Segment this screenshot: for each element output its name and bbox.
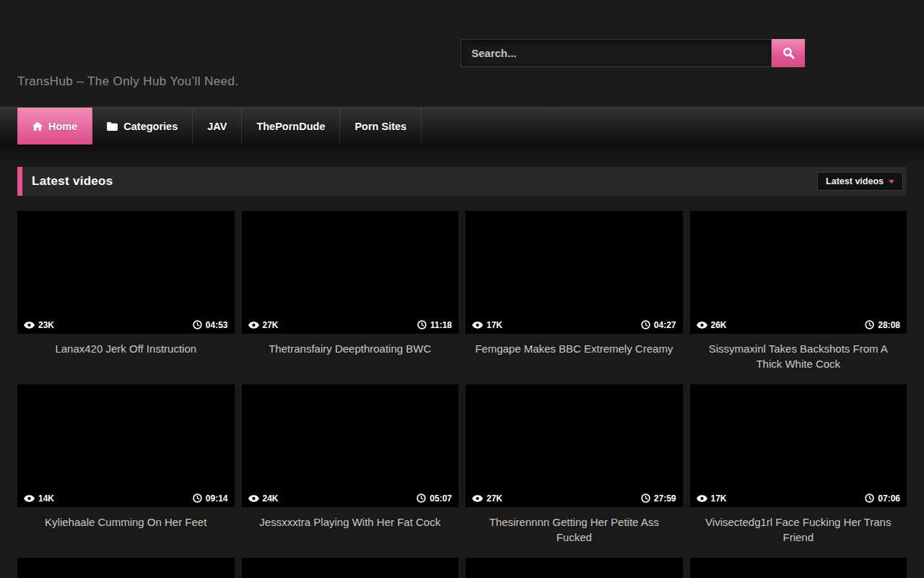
duration-stat: 09:14 <box>193 493 228 504</box>
video-views: 14K <box>38 493 54 504</box>
video-duration: 04:53 <box>206 320 228 330</box>
video-stats-bar: 27K 11:18 <box>242 316 459 334</box>
nav-item-categories[interactable]: Categories <box>92 108 193 144</box>
nav-item-label: Porn Sites <box>354 121 406 132</box>
video-duration: 05:07 <box>430 493 452 504</box>
video-thumbnail[interactable]: 27K 27:59 <box>466 384 683 507</box>
video-title[interactable]: Kyliehaale Cumming On Her Feet <box>17 507 235 530</box>
views-stat: 17K <box>472 320 502 330</box>
video-duration: 07:06 <box>878 493 900 504</box>
video-thumbnail[interactable]: 26K 28:08 <box>690 211 907 334</box>
eye-icon <box>24 322 35 329</box>
video-views: 17K <box>711 493 727 504</box>
video-stats-bar: 14K 09:14 <box>17 489 235 507</box>
video-thumbnail[interactable]: 14K 09:14 <box>17 384 235 507</box>
clock-icon <box>641 493 650 503</box>
eye-icon <box>24 495 35 502</box>
nav-item-home[interactable]: Home <box>17 108 92 144</box>
duration-stat: 11:18 <box>417 320 452 330</box>
nav-item-label: ThePornDude <box>256 121 325 132</box>
eye-icon <box>248 322 259 329</box>
views-stat: 17K <box>697 493 727 504</box>
duration-stat: 05:07 <box>417 493 452 504</box>
video-card[interactable]: 23K 04:53 Lanax420 Jerk Off Instruction <box>17 211 235 384</box>
nav-item-jav[interactable]: JAV <box>193 108 242 144</box>
duration-stat: 28:08 <box>865 320 900 330</box>
views-stat: 27K <box>472 493 502 504</box>
eye-icon <box>472 322 483 329</box>
video-views: 17K <box>487 320 502 330</box>
video-title[interactable]: Thetransfairy Deepthroating BWC <box>242 334 459 356</box>
nav-item-porn-sites[interactable]: Porn Sites <box>340 108 422 144</box>
nav-shadow <box>0 144 924 163</box>
nav-list: Home Categories JAV ThePornDude Porn Sit… <box>17 108 924 144</box>
video-thumbnail[interactable] <box>466 558 683 578</box>
video-title[interactable]: Femgape Makes BBC Extremely Creamy <box>466 334 683 356</box>
video-card[interactable]: 17K 07:06 Vivisectedg1rl Face Fucking He… <box>690 384 907 558</box>
nav-item-label: Home <box>48 121 77 132</box>
eye-icon <box>697 322 707 329</box>
clock-icon <box>193 493 202 503</box>
section-header: Latest videos Latest videos <box>17 167 907 196</box>
video-title[interactable]: Thesirennnn Getting Her Petite Ass Fucke… <box>466 507 683 545</box>
clock-icon <box>641 320 650 329</box>
video-views: 27K <box>263 320 279 330</box>
video-thumbnail[interactable]: 17K 04:27 <box>466 211 683 334</box>
duration-stat: 27:59 <box>641 493 676 504</box>
video-card[interactable]: 24K 05:07 Jessxxxtra Playing With Her Fa… <box>242 384 459 558</box>
video-card[interactable]: 27K 27:59 Thesirennnn Getting Her Petite… <box>466 384 683 558</box>
video-duration: 04:27 <box>654 320 676 330</box>
nav-item-label: Categories <box>123 121 178 132</box>
video-grid: 23K 04:53 Lanax420 Jerk Off Instruction <box>17 211 907 578</box>
video-thumbnail[interactable] <box>242 558 459 578</box>
video-thumbnail[interactable] <box>17 558 235 578</box>
video-duration: 27:59 <box>654 493 676 504</box>
video-thumbnail[interactable] <box>690 558 907 578</box>
video-views: 26K <box>711 320 727 330</box>
video-title[interactable]: Vivisectedg1rl Face Fucking Her Trans Fr… <box>690 507 907 545</box>
views-stat: 24K <box>248 493 279 504</box>
search-form <box>461 39 805 67</box>
video-thumbnail[interactable]: 27K 11:18 <box>242 211 459 334</box>
search-button[interactable] <box>772 39 805 67</box>
eye-icon <box>248 495 259 502</box>
video-title[interactable]: Lanax420 Jerk Off Instruction <box>17 334 235 356</box>
page-header: TransHub – The Only Hub You’ll Need. <box>0 0 924 107</box>
magnifier-icon <box>783 47 795 59</box>
video-card-partial[interactable] <box>690 558 907 578</box>
video-thumbnail[interactable]: 24K 05:07 <box>242 384 459 507</box>
video-views: 27K <box>487 493 502 504</box>
video-card[interactable]: 26K 28:08 Sissymaxinl Takes Backshots Fr… <box>690 211 907 384</box>
duration-stat: 07:06 <box>865 493 900 504</box>
video-title[interactable]: Sissymaxinl Takes Backshots From A Thick… <box>690 334 907 371</box>
video-stats-bar: 23K 04:53 <box>17 316 235 334</box>
eye-icon <box>697 495 707 502</box>
clock-icon <box>865 320 874 329</box>
video-thumbnail[interactable]: 17K 07:06 <box>690 384 907 507</box>
video-card[interactable]: 14K 09:14 Kyliehaale Cumming On Her Feet <box>17 384 235 558</box>
clock-icon <box>865 493 874 503</box>
video-thumbnail[interactable]: 23K 04:53 <box>17 211 235 334</box>
video-card-partial[interactable] <box>466 558 683 578</box>
video-views: 24K <box>263 493 279 504</box>
search-input[interactable] <box>461 39 772 67</box>
video-card[interactable]: 17K 04:27 Femgape Makes BBC Extremely Cr… <box>466 211 683 384</box>
folder-icon <box>107 122 118 131</box>
video-stats-bar: 24K 05:07 <box>242 489 459 507</box>
video-card[interactable]: 27K 11:18 Thetransfairy Deepthroating BW… <box>242 211 459 384</box>
caret-down-icon <box>889 180 894 184</box>
sort-dropdown[interactable]: Latest videos <box>817 172 903 191</box>
video-card-partial[interactable] <box>17 558 235 578</box>
video-stats-bar: 17K 04:27 <box>466 316 683 334</box>
duration-stat: 04:53 <box>193 320 228 330</box>
video-views: 23K <box>38 320 54 330</box>
video-title[interactable]: Jessxxxtra Playing With Her Fat Cock <box>242 507 459 530</box>
sort-dropdown-label: Latest videos <box>826 176 884 186</box>
nav-item-theporndude[interactable]: ThePornDude <box>242 108 340 144</box>
duration-stat: 04:27 <box>641 320 676 330</box>
video-card-partial[interactable] <box>242 558 459 578</box>
clock-icon <box>417 320 427 329</box>
views-stat: 26K <box>697 320 727 330</box>
video-duration: 28:08 <box>878 320 900 330</box>
video-duration: 09:14 <box>206 493 228 504</box>
